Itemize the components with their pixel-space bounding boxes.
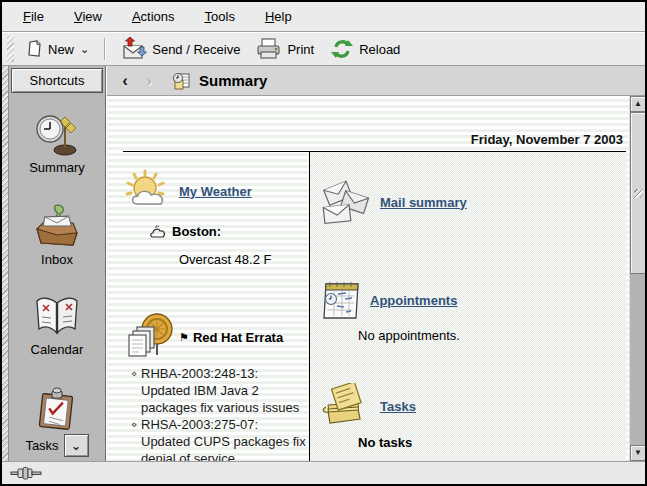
my-weather-link[interactable]: My Weather bbox=[179, 184, 252, 199]
errata-title: Red Hat Errata bbox=[193, 330, 283, 345]
reload-icon bbox=[330, 38, 354, 60]
calendar-icon bbox=[33, 295, 81, 339]
sidebar-item-label: Calendar bbox=[31, 342, 84, 357]
summary-folder-icon bbox=[171, 71, 191, 91]
bullet-icon: ⋄ bbox=[131, 365, 137, 382]
forward-button[interactable]: › bbox=[139, 71, 159, 91]
vertical-scrollbar[interactable]: ▲ ▼ bbox=[629, 96, 645, 461]
new-document-icon bbox=[27, 40, 43, 58]
menu-bar: File View Actions Tools Help bbox=[2, 2, 645, 32]
tasks-icon bbox=[35, 387, 79, 431]
reload-label: Reload bbox=[359, 42, 400, 57]
flag-icon: ⚑ bbox=[179, 331, 189, 344]
chevron-down-icon: ⌄ bbox=[80, 45, 89, 53]
printer-icon bbox=[256, 38, 282, 60]
mail-summary-link[interactable]: Mail summary bbox=[380, 195, 467, 210]
sidebar-item-calendar[interactable]: Calendar bbox=[9, 295, 105, 357]
shortcut-list: Summary Inbox bbox=[9, 95, 105, 461]
menu-actions[interactable]: Actions bbox=[117, 5, 190, 28]
appointments-icon bbox=[320, 278, 362, 322]
scroll-down-button[interactable]: ▼ bbox=[630, 445, 646, 461]
weather-icon bbox=[125, 168, 171, 214]
sidebar-item-label: Tasks bbox=[25, 438, 58, 453]
cloud-icon bbox=[149, 225, 167, 239]
toolbar-separator bbox=[104, 38, 106, 60]
errata-item: ⋄ RHSA-2003:275-07: Updated CUPS package… bbox=[131, 416, 307, 461]
errata-item: ⋄ RHBA-2003:248-13: Updated IBM Java 2 p… bbox=[131, 365, 307, 416]
new-button[interactable]: New ⌄ bbox=[20, 36, 96, 62]
summary-scrollview: Friday, November 7 2003 bbox=[107, 96, 629, 461]
send-receive-icon bbox=[121, 37, 147, 61]
toolbar: New ⌄ Send / Receive bbox=[2, 32, 645, 66]
mail-summary-icon bbox=[320, 178, 372, 226]
shortcut-bar-drag-handle[interactable] bbox=[2, 66, 9, 461]
send-receive-button[interactable]: Send / Receive bbox=[114, 33, 247, 65]
main-pane: ‹ › Summary Friday, November 7 2003 bbox=[106, 66, 645, 461]
tasks-empty-message: No tasks bbox=[358, 435, 626, 450]
back-button[interactable]: ‹ bbox=[115, 71, 135, 91]
appointments-link[interactable]: Appointments bbox=[370, 293, 457, 308]
summary-table: My Weather Boston: bbox=[123, 151, 626, 461]
evolution-window: File View Actions Tools Help New ⌄ bbox=[0, 0, 647, 486]
shortcut-bar: Shortcuts bbox=[9, 66, 106, 461]
reload-button[interactable]: Reload bbox=[323, 34, 407, 64]
menu-help[interactable]: Help bbox=[250, 5, 307, 28]
online-status-plug-icon[interactable] bbox=[10, 466, 46, 480]
appointments-empty-message: No appointments. bbox=[358, 328, 626, 343]
errata-list: ⋄ RHBA-2003:248-13: Updated IBM Java 2 p… bbox=[131, 365, 307, 461]
weather-location: Boston: bbox=[172, 224, 221, 239]
tasks-link[interactable]: Tasks bbox=[380, 399, 416, 414]
menu-tools[interactable]: Tools bbox=[190, 5, 250, 28]
shortcut-bar-fold-button[interactable]: ⌄ bbox=[64, 434, 89, 457]
page-title: Summary bbox=[199, 72, 267, 89]
menu-view[interactable]: View bbox=[59, 5, 117, 28]
summary-right-column: Mail summary bbox=[309, 152, 626, 461]
tasks-section-icon bbox=[320, 383, 372, 429]
main-body: Shortcuts bbox=[2, 66, 645, 461]
new-button-label: New bbox=[48, 42, 74, 57]
send-receive-label: Send / Receive bbox=[152, 42, 240, 57]
scrollbar-thumb[interactable] bbox=[630, 112, 646, 274]
shortcuts-group-button[interactable]: Shortcuts bbox=[11, 68, 103, 93]
summary-icon bbox=[34, 113, 80, 157]
print-label: Print bbox=[287, 42, 314, 57]
summary-content: Friday, November 7 2003 bbox=[107, 96, 645, 461]
sidebar-item-inbox[interactable]: Inbox bbox=[9, 203, 105, 267]
bullet-icon: ⋄ bbox=[131, 416, 137, 433]
folder-header: ‹ › Summary bbox=[107, 66, 645, 96]
inbox-icon bbox=[33, 203, 81, 249]
print-button[interactable]: Print bbox=[249, 34, 321, 64]
red-hat-errata-icon bbox=[125, 311, 175, 363]
status-bar bbox=[2, 461, 645, 484]
summary-left-column: My Weather Boston: bbox=[123, 152, 309, 461]
sidebar-item-label: Summary bbox=[29, 160, 85, 175]
date-heading: Friday, November 7 2003 bbox=[123, 132, 623, 147]
sidebar-item-tasks[interactable]: Tasks ⌄ bbox=[9, 387, 105, 457]
menu-file[interactable]: File bbox=[8, 5, 59, 28]
scroll-up-button[interactable]: ▲ bbox=[630, 96, 646, 112]
weather-conditions: Overcast 48.2 F bbox=[179, 252, 309, 267]
sidebar-item-summary[interactable]: Summary bbox=[9, 113, 105, 175]
toolbar-drag-handle[interactable] bbox=[7, 36, 14, 62]
sidebar-item-label: Inbox bbox=[41, 252, 73, 267]
